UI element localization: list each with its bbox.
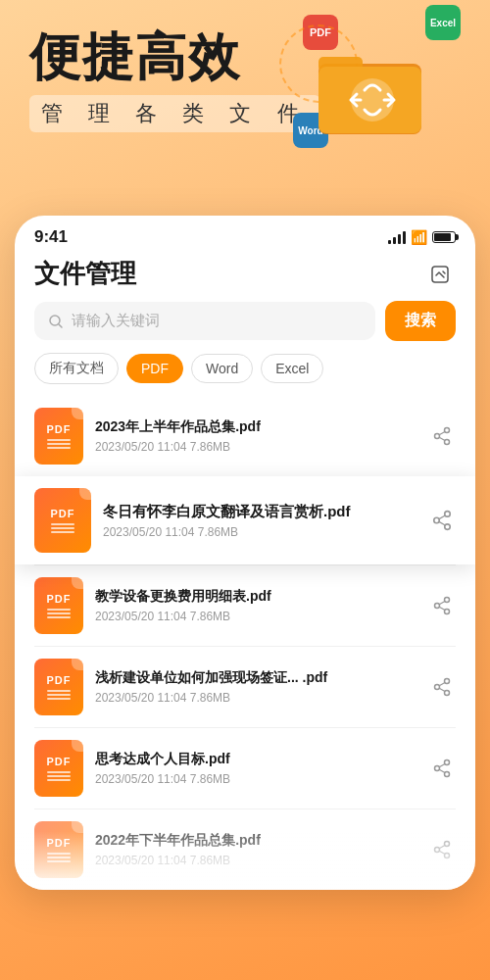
- search-placeholder: 请输入关键词: [72, 312, 160, 330]
- edit-icon[interactable]: [424, 259, 456, 290]
- folder-illustration: [314, 29, 431, 147]
- file-meta: 2023/05/20 11:04 7.86MB: [95, 440, 416, 454]
- svg-point-18: [445, 610, 450, 614]
- search-bar: 请输入关键词 搜索: [34, 301, 456, 341]
- bottom-fade: [15, 831, 475, 890]
- battery-icon: [432, 231, 456, 243]
- file-name: 冬日有怀李白原文翻译及语言赏析.pdf: [103, 503, 416, 521]
- filter-tabs: 所有文档 PDF Word Excel: [15, 353, 475, 396]
- file-info: 思考达成个人目标.pdf 2023/05/20 11:04 7.86MB: [95, 751, 416, 786]
- share-icon[interactable]: [428, 592, 456, 619]
- svg-line-20: [439, 602, 445, 605]
- file-info: 2023年上半年作品总集.pdf 2023/05/20 11:04 7.86MB: [95, 418, 416, 454]
- file-meta: 2023/05/20 11:04 7.86MB: [95, 691, 416, 705]
- svg-point-23: [445, 691, 450, 696]
- share-icon[interactable]: [428, 422, 456, 450]
- pdf-file-icon: PDF: [34, 659, 83, 715]
- file-name: 教学设备更换费用明细表.pdf: [95, 588, 416, 606]
- svg-line-21: [439, 607, 445, 610]
- svg-point-14: [434, 517, 440, 523]
- svg-point-28: [445, 772, 450, 777]
- svg-line-10: [439, 432, 445, 435]
- share-icon[interactable]: [428, 507, 456, 534]
- file-name: 思考达成个人目标.pdf: [95, 751, 416, 768]
- svg-line-26: [439, 688, 445, 691]
- phone-mockup: 9:41 📶 文件管理: [15, 216, 475, 890]
- svg-point-19: [435, 604, 440, 609]
- svg-point-17: [445, 598, 450, 603]
- svg-line-11: [439, 437, 445, 440]
- wifi-icon: 📶: [411, 229, 427, 245]
- svg-line-25: [439, 683, 445, 686]
- signal-icon: [388, 230, 406, 244]
- pdf-file-icon: PDF: [34, 488, 91, 553]
- file-item-highlighted[interactable]: PDF 冬日有怀李白原文翻译及语言赏析.pdf 2023/05/20 11:04…: [15, 476, 475, 564]
- svg-point-13: [445, 524, 451, 530]
- file-item[interactable]: PDF 浅析建设单位如何加强现场签证... .pdf 2023/05/20 11…: [15, 647, 475, 727]
- svg-line-31: [439, 769, 445, 772]
- tab-pdf[interactable]: PDF: [126, 354, 183, 383]
- file-item[interactable]: PDF 教学设备更换费用明细表.pdf 2023/05/20 11:04 7.8…: [15, 565, 475, 646]
- pdf-file-icon: PDF: [34, 408, 83, 465]
- search-icon: [48, 314, 64, 329]
- svg-point-7: [445, 428, 450, 433]
- tab-word[interactable]: Word: [191, 354, 253, 383]
- status-time: 9:41: [34, 227, 68, 247]
- hero-section: 便捷高效 管 理 各 类 文 件 PDF Excel Word: [0, 0, 490, 216]
- tab-excel[interactable]: Excel: [261, 354, 323, 383]
- svg-line-6: [59, 324, 62, 327]
- search-button[interactable]: 搜索: [385, 301, 456, 341]
- svg-point-24: [435, 685, 440, 690]
- share-icon[interactable]: [428, 673, 456, 701]
- svg-point-22: [445, 679, 450, 684]
- file-meta: 2023/05/20 11:04 7.86MB: [95, 610, 416, 623]
- file-name: 浅析建设单位如何加强现场签证... .pdf: [95, 669, 416, 687]
- svg-point-29: [435, 766, 440, 771]
- file-meta: 2023/05/20 11:04 7.86MB: [103, 525, 416, 539]
- svg-point-9: [435, 434, 440, 439]
- status-bar: 9:41 📶: [15, 216, 475, 252]
- svg-line-16: [439, 521, 445, 525]
- svg-line-15: [439, 515, 445, 519]
- search-input-wrap[interactable]: 请输入关键词: [34, 302, 375, 340]
- file-item[interactable]: PDF 思考达成个人目标.pdf 2023/05/20 11:04 7.86MB: [15, 728, 475, 808]
- tab-all-docs[interactable]: 所有文档: [34, 353, 119, 384]
- pdf-file-icon: PDF: [34, 740, 83, 797]
- svg-point-12: [445, 512, 451, 517]
- svg-point-8: [445, 440, 450, 445]
- app-header: 文件管理: [15, 252, 475, 301]
- file-info: 教学设备更换费用明细表.pdf 2023/05/20 11:04 7.86MB: [95, 588, 416, 623]
- file-info: 冬日有怀李白原文翻译及语言赏析.pdf 2023/05/20 11:04 7.8…: [103, 503, 416, 539]
- file-item[interactable]: PDF 2023年上半年作品总集.pdf 2023/05/20 11:04 7.…: [15, 396, 475, 476]
- file-info: 浅析建设单位如何加强现场签证... .pdf 2023/05/20 11:04 …: [95, 669, 416, 705]
- app-title: 文件管理: [34, 257, 136, 291]
- file-name: 2023年上半年作品总集.pdf: [95, 418, 416, 436]
- file-meta: 2023/05/20 11:04 7.86MB: [95, 772, 416, 786]
- svg-point-27: [445, 760, 450, 765]
- share-icon[interactable]: [428, 755, 456, 782]
- hero-subtitle: 管 理 各 类 文 件: [29, 95, 320, 132]
- svg-line-30: [439, 764, 445, 767]
- pdf-file-icon: PDF: [34, 577, 83, 634]
- status-icons: 📶: [388, 229, 456, 245]
- file-list: PDF 2023年上半年作品总集.pdf 2023/05/20 11:04 7.…: [15, 396, 475, 890]
